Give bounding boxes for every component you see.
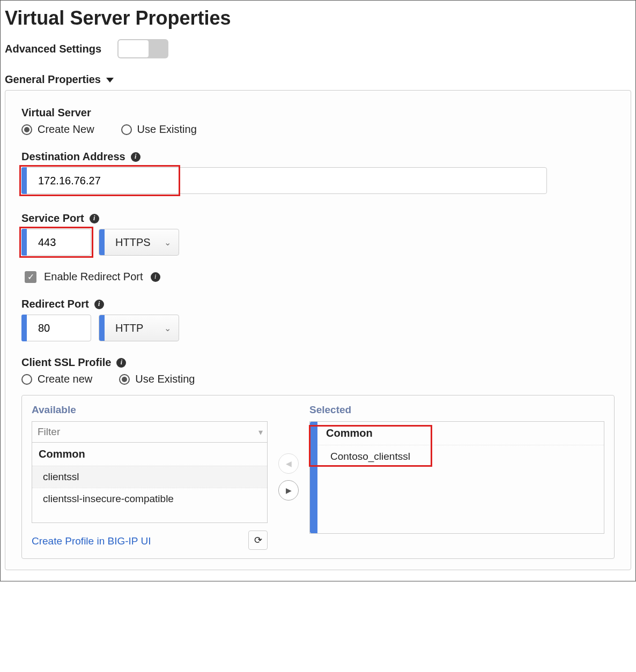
virtual-server-radio-row: Create New Use Existing <box>21 123 615 136</box>
advanced-settings-label: Advanced Settings <box>5 43 101 55</box>
required-bar <box>99 315 105 341</box>
radio-create-new[interactable]: Create New <box>21 123 94 136</box>
toggle-knob <box>119 40 149 57</box>
advanced-settings-toggle[interactable] <box>117 39 168 58</box>
required-bar <box>21 167 27 194</box>
ssl-move-buttons: ◀ ▶ <box>278 404 299 550</box>
required-bar <box>21 315 27 341</box>
arrow-right-icon: ▶ <box>286 486 292 495</box>
ssl-filter-row: ▾ <box>32 421 268 443</box>
list-item[interactable]: clientssl <box>32 466 267 488</box>
redirect-port-input[interactable] <box>21 315 91 341</box>
ssl-selected-list: Common Contoso_clientssl <box>309 421 604 534</box>
radio-icon <box>21 124 32 135</box>
radio-use-existing-label: Use Existing <box>137 123 197 136</box>
destination-address-input[interactable] <box>21 167 547 194</box>
caret-down-icon <box>106 78 114 83</box>
move-left-button[interactable]: ◀ <box>278 453 299 474</box>
service-port-label: Service Port i <box>21 212 615 225</box>
redirect-port-label: Redirect Port i <box>21 298 615 310</box>
ssl-profile-radio-row: Create new Use Existing <box>21 373 615 385</box>
page-root: Virtual Server Properties Advanced Setti… <box>0 0 636 581</box>
move-right-button[interactable]: ▶ <box>278 480 299 501</box>
info-icon[interactable]: i <box>131 152 140 162</box>
info-icon[interactable]: i <box>90 214 99 223</box>
required-bar <box>310 422 317 533</box>
ssl-available-header: Available <box>32 404 268 416</box>
redirect-port-wrap <box>21 315 91 341</box>
client-ssl-profile-label: Client SSL Profile i <box>21 356 615 369</box>
ssl-selected-group: Common <box>310 422 604 445</box>
refresh-icon: ⟳ <box>254 534 262 546</box>
required-bar <box>99 229 105 255</box>
enable-redirect-row: ✓ Enable Redirect Port i <box>25 271 615 283</box>
refresh-button[interactable]: ⟳ <box>248 531 268 550</box>
redirect-port-protocol-value: HTTP <box>115 322 143 334</box>
ssl-available-list[interactable]: Common clientssl clientssl-insecure-comp… <box>32 443 268 523</box>
ssl-selected-column: Selected Common Contoso_clientssl <box>309 404 604 550</box>
chevron-down-icon: ⌄ <box>164 237 171 248</box>
list-item[interactable]: Contoso_clientssl <box>310 445 604 468</box>
required-bar <box>21 229 27 256</box>
chevron-down-icon: ⌄ <box>164 323 171 333</box>
general-properties-label: General Properties <box>5 73 101 86</box>
ssl-profile-picker: Available ▾ Common clientssl clientssl-i… <box>21 395 615 559</box>
redirect-port-text: Redirect Port <box>21 298 89 310</box>
list-item[interactable]: clientssl-insecure-compatible <box>32 488 267 510</box>
advanced-settings-row: Advanced Settings <box>5 39 631 58</box>
arrow-left-icon: ◀ <box>286 459 292 468</box>
info-icon[interactable]: i <box>116 358 126 368</box>
client-ssl-profile-text: Client SSL Profile <box>21 356 111 369</box>
radio-use-existing[interactable]: Use Existing <box>121 123 197 136</box>
destination-address-wrap <box>21 167 615 194</box>
ssl-radio-create-new[interactable]: Create new <box>21 373 92 385</box>
virtual-server-label: Virtual Server <box>21 107 615 119</box>
info-icon[interactable]: i <box>94 300 104 309</box>
radio-create-new-label: Create New <box>38 123 94 136</box>
ssl-group-header: Common <box>32 443 267 466</box>
ssl-filter-input[interactable] <box>36 425 249 438</box>
general-properties-header[interactable]: General Properties <box>5 73 631 86</box>
radio-icon <box>121 124 132 135</box>
ssl-available-column: Available ▾ Common clientssl clientssl-i… <box>32 404 268 550</box>
service-port-text: Service Port <box>21 212 84 225</box>
ssl-radio-create-new-label: Create new <box>38 373 92 385</box>
page-title: Virtual Server Properties <box>5 7 631 29</box>
create-profile-link[interactable]: Create Profile in BIG-IP UI <box>32 535 151 547</box>
radio-icon <box>21 374 32 385</box>
ssl-radio-use-existing[interactable]: Use Existing <box>119 373 195 385</box>
service-port-input[interactable] <box>21 229 91 256</box>
ssl-selected-header: Selected <box>309 404 604 416</box>
info-icon[interactable]: i <box>151 272 160 282</box>
service-port-protocol-value: HTTPS <box>115 236 151 249</box>
filter-icon[interactable]: ▾ <box>258 427 263 437</box>
enable-redirect-label: Enable Redirect Port <box>44 271 143 283</box>
ssl-radio-use-existing-label: Use Existing <box>135 373 195 385</box>
destination-address-text: Destination Address <box>21 151 125 163</box>
destination-address-label: Destination Address i <box>21 151 615 163</box>
service-port-wrap <box>21 229 91 256</box>
redirect-port-protocol-select[interactable]: HTTP ⌄ <box>99 315 179 341</box>
radio-icon <box>119 374 130 385</box>
service-port-protocol-select[interactable]: HTTPS ⌄ <box>99 229 179 256</box>
general-properties-panel: Virtual Server Create New Use Existing D… <box>5 90 631 570</box>
enable-redirect-checkbox[interactable]: ✓ <box>25 271 36 283</box>
